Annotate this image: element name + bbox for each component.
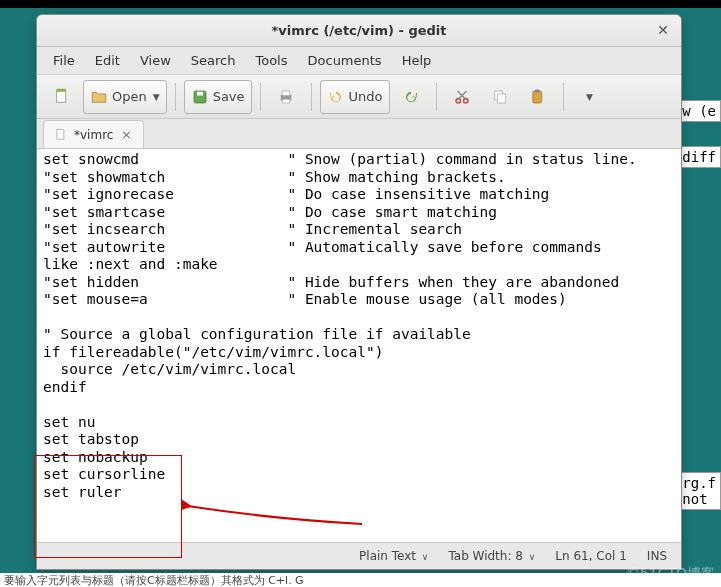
svg-rect-0: [57, 90, 66, 102]
svg-rect-4: [282, 91, 290, 96]
watermark: ©51CTO博客: [626, 565, 715, 583]
print-button[interactable]: [269, 80, 303, 114]
save-label: Save: [213, 89, 245, 104]
redo-button[interactable]: [394, 80, 428, 114]
svg-rect-5: [282, 99, 290, 103]
close-button[interactable]: ✕: [653, 21, 673, 41]
menu-tools[interactable]: Tools: [247, 49, 295, 72]
new-file-icon: [53, 88, 71, 106]
tab-close-icon[interactable]: ×: [119, 128, 133, 142]
redo-icon: [402, 88, 420, 106]
chevron-down-icon: ▼: [586, 92, 593, 102]
menu-edit[interactable]: Edit: [87, 49, 128, 72]
save-icon: [191, 88, 209, 106]
svg-rect-2: [197, 91, 203, 95]
cut-button[interactable]: [445, 80, 479, 114]
editor-area[interactable]: set snowcmd " Snow (partial) command in …: [37, 149, 681, 543]
menu-search[interactable]: Search: [183, 49, 244, 72]
titlebar[interactable]: *vimrc (/etc/vim) - gedit ✕: [37, 15, 681, 47]
svg-rect-12: [57, 129, 64, 138]
paste-icon: [529, 88, 547, 106]
menu-help[interactable]: Help: [394, 49, 440, 72]
menu-file[interactable]: File: [45, 49, 83, 72]
chevron-down-icon: ∨: [422, 552, 429, 562]
tab-width-selector[interactable]: Tab Width: 8 ∨: [448, 549, 535, 563]
undo-label: Undo: [349, 89, 383, 104]
copy-icon: [491, 88, 509, 106]
separator: [436, 83, 437, 111]
separator: [260, 83, 261, 111]
syntax-selector[interactable]: Plain Text ∨: [359, 549, 428, 563]
copy-button[interactable]: [483, 80, 517, 114]
new-button[interactable]: [45, 80, 79, 114]
bg-fragment: rg.f not: [677, 472, 721, 510]
undo-icon: [327, 88, 345, 106]
separator: [175, 83, 176, 111]
desktop-panel: [0, 0, 721, 8]
paste-button[interactable]: [521, 80, 555, 114]
svg-rect-10: [532, 91, 541, 103]
toolbar: Open ▼ Save Undo ▼: [37, 75, 681, 119]
gedit-window: *vimrc (/etc/vim) - gedit ✕ File Edit Vi…: [36, 14, 682, 570]
cursor-position: Ln 61, Col 1: [555, 549, 627, 563]
menu-documents[interactable]: Documents: [300, 49, 390, 72]
window-title: *vimrc (/etc/vim) - gedit: [271, 23, 446, 38]
chevron-down-icon: ▼: [153, 92, 160, 102]
bg-fragment: diff: [677, 146, 721, 168]
open-button[interactable]: Open ▼: [83, 80, 167, 114]
separator: [311, 83, 312, 111]
bg-fragment: w (e: [677, 100, 721, 122]
chevron-down-icon: ∨: [529, 552, 536, 562]
tab-label: *vimrc: [74, 128, 113, 142]
statusbar: Plain Text ∨ Tab Width: 8 ∨ Ln 61, Col 1…: [37, 543, 681, 569]
svg-rect-11: [535, 89, 540, 92]
tabbar: *vimrc ×: [37, 119, 681, 149]
print-icon: [277, 88, 295, 106]
bottom-strip: 要输入字元列表与标题（请按C标题栏标题）其格式为 C+l. G: [0, 573, 721, 587]
insert-mode[interactable]: INS: [647, 549, 667, 563]
menubar: File Edit View Search Tools Documents He…: [37, 47, 681, 75]
toolbar-menu-button[interactable]: ▼: [572, 80, 606, 114]
undo-button[interactable]: Undo: [320, 80, 390, 114]
document-tab[interactable]: *vimrc ×: [43, 120, 144, 148]
menu-view[interactable]: View: [132, 49, 179, 72]
folder-open-icon: [90, 88, 108, 106]
document-icon: [54, 128, 68, 142]
open-label: Open: [112, 89, 147, 104]
save-button[interactable]: Save: [184, 80, 252, 114]
separator: [563, 83, 564, 111]
svg-rect-9: [497, 94, 505, 103]
cut-icon: [453, 88, 471, 106]
